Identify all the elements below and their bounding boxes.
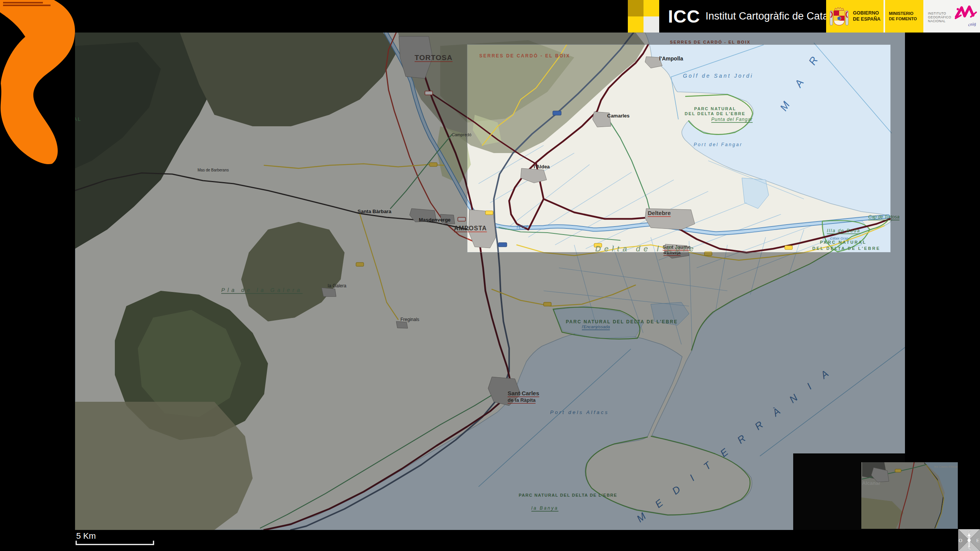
ign-line1: INSTITUTO	[928, 11, 951, 15]
icc-wordmark: ICC Institut Cartogràfic de Catalunya	[668, 0, 853, 33]
scale-bar: 5 Km	[76, 531, 154, 544]
logo-square	[628, 0, 644, 16]
icc-acronym: ICC	[668, 6, 700, 27]
cnig-brush-logo-icon	[954, 5, 978, 22]
overview-inset[interactable]: Alcanarles Cases d'Alcanar	[861, 462, 961, 529]
app-stage: SERRES DE CARDÓ - EL BOIXSERRES DE CARDÓ…	[0, 0, 980, 551]
scale-label: 5 Km	[76, 531, 96, 541]
compass-west: O	[959, 538, 962, 543]
sheet-highlight[interactable]	[467, 45, 890, 252]
gobierno-de-espana-logo: GOBIERNO DE ESPAÑA	[826, 0, 884, 33]
ministerio-line1: MINISTERIO	[889, 11, 917, 16]
compass-south: S	[967, 546, 971, 551]
logo-square	[644, 0, 659, 16]
compass-rose[interactable]: N O E S	[958, 529, 980, 551]
gobierno-line2: DE ESPAÑA	[853, 16, 880, 23]
icc-orange-swoosh-logo	[0, 0, 77, 165]
gobierno-line1: GOBIERNO	[853, 10, 880, 16]
ministerio-de-fomento-logo: MINISTERIO DE FOMENTO	[885, 0, 923, 33]
ministerio-line2: DE FOMENTO	[889, 16, 917, 22]
compass-north: N	[967, 530, 971, 536]
logo-square	[628, 16, 644, 33]
header-bar: ICC Institut Cartogràfic de Catalunya GO…	[0, 0, 980, 33]
spain-coat-of-arms-icon	[829, 4, 849, 29]
scale-rule	[76, 541, 154, 544]
logo-square	[644, 16, 659, 33]
instituto-geografico-nacional-logo: INSTITUTO GEOGRÁFICO NACIONAL cnig	[925, 0, 980, 33]
ign-line2: GEOGRÁFICO	[928, 15, 951, 19]
cnig-script: cnig	[968, 21, 977, 28]
logo-tagline-line	[3, 2, 43, 3]
logo-tagline-line	[3, 5, 51, 6]
icc-logo-squares	[628, 0, 659, 33]
ign-line3: NACIONAL	[928, 19, 951, 23]
compass-east: E	[976, 538, 980, 543]
